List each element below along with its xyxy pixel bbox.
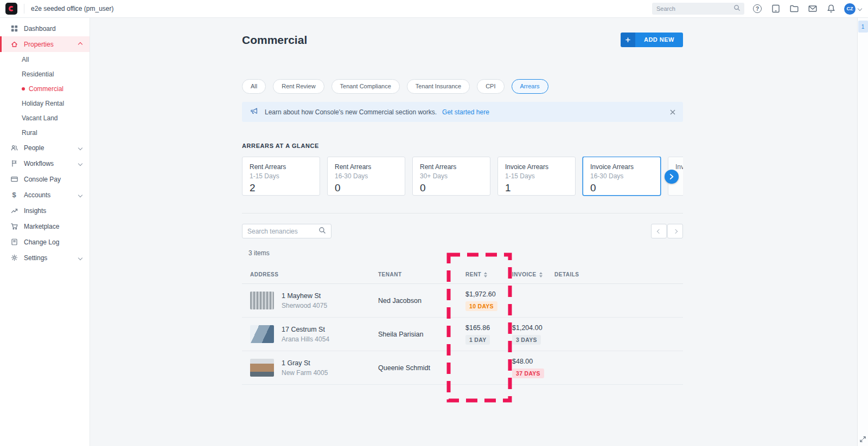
glance-card[interactable]: Rent Arrears 1-15 Days 2 [242,157,320,196]
main-content: Commercial ADD NEW All Rent Review Tenan… [90,18,857,446]
chevron-down-icon [78,192,82,197]
filter-tenant-insurance[interactable]: Tenant Insurance [407,79,470,94]
user-menu[interactable]: CZ [844,3,861,14]
suburb: Sherwood 4075 [282,302,327,309]
table-row[interactable]: 17 Cestrum St Arana Hills 4054 Sheila Pa… [242,318,683,351]
bell-icon[interactable] [826,3,837,14]
sort-icon[interactable] [539,272,542,277]
card-title: Rent Arrears [250,163,312,171]
glance-card[interactable]: Rent Arrears 16-30 Days 0 [327,157,405,196]
mail-icon[interactable] [807,3,818,14]
sidebar-item-vacant-land[interactable]: Vacant Land [0,111,90,125]
sidebar-item-insights[interactable]: Insights [0,203,90,218]
sidebar-item-accounts[interactable]: $ Accounts [0,187,90,203]
sidebar-item-people[interactable]: People [0,140,90,156]
glance-card[interactable]: Rent Arrears 30+ Days 0 [412,157,490,196]
invoice-amount: $48.00 [512,358,554,365]
sidebar-item-label: Workflows [24,160,79,167]
banner-link[interactable]: Get started here [442,108,489,116]
sidebar-item-rural[interactable]: Rural [0,125,90,140]
help-icon[interactable]: ? [752,3,763,14]
rent-amount: $1,972.60 [465,290,512,298]
sort-icon[interactable] [484,272,487,277]
expand-icon[interactable] [859,436,866,443]
invoice-days-badge: 37 DAYS [512,369,544,378]
trend-icon [10,206,18,215]
cards-next-button[interactable] [665,170,679,184]
card-title: Rent Arrears [335,163,398,171]
next-page-button[interactable] [667,224,683,238]
console-logo-icon[interactable] [5,3,17,15]
sidebar-item-commercial[interactable]: Commercial [0,81,90,96]
tenant-name: Sheila Parisian [378,331,465,338]
filter-tenant-compliance[interactable]: Tenant Compliance [331,79,400,94]
card-title: Invoice Arrears [590,163,653,171]
prev-page-button[interactable] [651,224,667,238]
people-icon [10,144,18,152]
tenant-name: Queenie Schmidt [378,364,465,372]
column-rent[interactable]: RENT [465,272,512,277]
address: 1 Mayhew St [282,292,327,300]
glance-card[interactable]: Invoice Arrears 1-15 Days 1 [497,157,576,196]
avatar[interactable]: CZ [844,3,856,15]
card-subtitle: 16-30 Days [590,172,653,180]
tenancy-search[interactable] [242,224,331,238]
address: 17 Cestrum St [282,326,329,333]
sidebar-item-change-log[interactable]: Change Log [0,234,90,250]
property-photo [250,292,274,309]
banner-text: Learn about how Console's new Commercial… [265,108,437,116]
column-address: ADDRESS [250,272,378,277]
book-icon [10,238,18,247]
sidebar-item-properties[interactable]: Properties [0,36,90,52]
sidebar-item-residential[interactable]: Residential [0,67,90,81]
filter-all[interactable]: All [242,79,266,94]
rent-days-badge: 1 DAY [465,335,490,345]
sidebar-item-label: Settings [24,254,79,262]
table-row[interactable]: 1 Mayhew St Sherwood 4075 Ned Jacobson $… [242,284,683,318]
megaphone-icon [250,106,259,118]
tenancy-search-input[interactable] [247,228,318,235]
global-search-input[interactable] [656,5,733,12]
dollar-icon: $ [10,191,18,199]
close-icon[interactable] [670,109,675,115]
filter-arrears[interactable]: Arrears [512,79,548,94]
sidebar-sub-label: Commercial [29,85,63,93]
card-value: 1 [505,182,568,194]
sidebar-item-all[interactable]: All [0,52,90,67]
folder-icon[interactable] [789,3,800,14]
page-indicator[interactable]: 1 [858,21,868,33]
sidebar-item-label: Dashboard [24,25,82,33]
device-icon[interactable] [770,3,781,14]
sidebar-item-dashboard[interactable]: Dashboard [0,21,90,36]
glance-heading: ARREARS AT A GLANCE [242,143,683,149]
table-row[interactable]: 1 Gray St New Farm 4005 Queenie Schmidt … [242,351,683,385]
chevron-down-icon [858,7,862,11]
search-icon [733,4,741,14]
filter-cpi[interactable]: CPI [477,79,504,94]
rent-amount: $165.86 [465,324,512,332]
home-icon [10,40,18,49]
column-invoice[interactable]: INVOICE [512,272,554,277]
sidebar-sub-label: Residential [22,70,54,78]
chevron-down-icon [78,145,82,150]
card-icon [10,175,18,184]
sidebar-item-holiday-rental[interactable]: Holiday Rental [0,96,90,111]
glance-card-selected[interactable]: Invoice Arrears 16-30 Days 0 [583,157,661,196]
card-subtitle: 30+ Days [420,172,483,180]
add-new-label: ADD NEW [635,33,683,47]
search-icon [318,227,326,236]
sidebar-item-workflows[interactable]: Workflows [0,156,90,171]
add-new-button[interactable]: ADD NEW [621,33,683,47]
card-subtitle: 1-15 Days [250,172,312,180]
app-window: e2e seeded office (pm_user) ? [0,0,868,446]
card-value: 2 [250,182,312,194]
chevron-down-icon [78,161,82,165]
sidebar-item-console-pay[interactable]: Console Pay [0,171,90,187]
card-value: 0 [335,182,398,194]
sidebar-item-marketplace[interactable]: Marketplace [0,218,90,234]
table-header: ADDRESS TENANT RENT INVOICE DETAILS [242,266,683,284]
filter-rent-review[interactable]: Rent Review [273,79,324,94]
column-tenant: TENANT [378,272,465,277]
global-search[interactable] [652,3,744,15]
sidebar-item-settings[interactable]: Settings [0,250,90,266]
